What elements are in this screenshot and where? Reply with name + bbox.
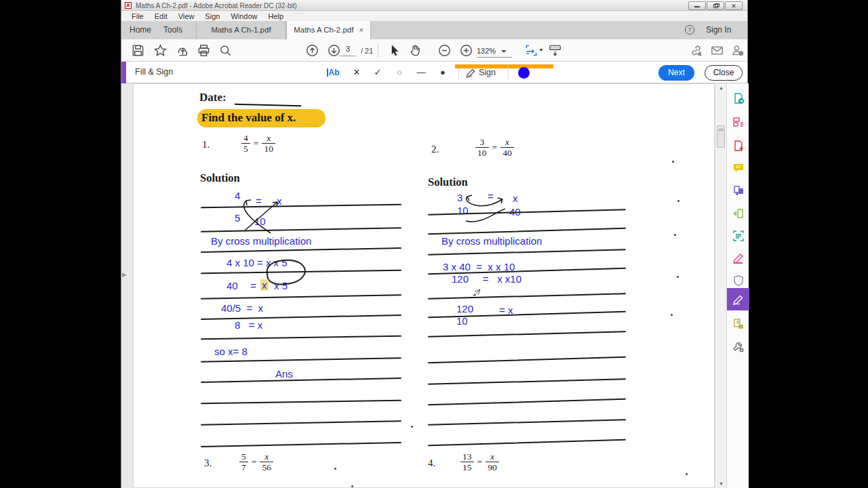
scan-speck — [334, 468, 336, 470]
previous-page-icon[interactable] — [306, 44, 319, 57]
tab-bar: Home Tools Maths A Ch-1.pdf Maths A Ch-2… — [121, 21, 747, 39]
scroll-down-icon[interactable]: ▼ — [715, 481, 727, 486]
pen-icon — [466, 68, 476, 78]
help-icon[interactable]: ? — [685, 25, 694, 35]
main-toolbar: 3 / 21 132% — [121, 39, 747, 62]
scan-ocr-icon[interactable] — [727, 224, 749, 247]
menu-window[interactable]: Window — [225, 12, 262, 20]
tools-sidebar — [726, 83, 749, 488]
comment-icon[interactable] — [727, 157, 749, 179]
restore-button[interactable] — [707, 1, 724, 10]
scan-speck — [686, 473, 688, 475]
fill-sign-label: Fill & Sign — [135, 67, 173, 77]
dot-annotation-tool[interactable]: ● — [435, 62, 451, 83]
adobe-reader-icon: A — [125, 2, 132, 9]
tab-close-icon[interactable]: × — [359, 21, 363, 39]
hand-tool-icon[interactable] — [409, 44, 422, 57]
window-title: Maths A Ch-2.pdf - Adobe Acrobat Reader … — [136, 2, 297, 9]
scan-speck — [672, 161, 674, 163]
add-user-icon[interactable] — [731, 44, 744, 57]
select-tool-icon[interactable] — [389, 44, 401, 57]
chevron-down-icon — [501, 50, 507, 53]
add-text-tool[interactable]: Ab — [325, 62, 341, 83]
scan-speck — [671, 314, 673, 316]
scan-speck — [351, 485, 353, 487]
scrollbar-thumb[interactable] — [717, 125, 725, 148]
scroll-up-icon[interactable]: ▲ — [715, 85, 727, 90]
text-cursor-icon — [327, 68, 328, 77]
page-number-input[interactable]: 3 — [340, 45, 356, 56]
highlight-pen-icon[interactable] — [727, 247, 749, 269]
add-text-label: Ab — [329, 68, 340, 77]
scan-speck — [677, 276, 679, 278]
menu-view[interactable]: View — [173, 12, 200, 20]
tab-doc-ch2-label: Maths A Ch-2.pdf — [294, 26, 353, 34]
menu-file[interactable]: File — [126, 12, 149, 20]
fill-sign-accent-bar — [121, 62, 126, 83]
zoom-level-dropdown[interactable]: 132% — [477, 47, 512, 58]
fill-sign-toolbar: Fill & Sign Ab ✕ ✓ ○ — ● Sign Next Close — [121, 62, 747, 83]
edit-pdf-icon[interactable] — [727, 202, 749, 224]
acrobat-window: A Maths A Ch-2.pdf - Adobe Acrobat Reade… — [121, 0, 748, 488]
request-signatures-icon[interactable] — [727, 312, 749, 335]
sign-tool-label: Sign — [479, 68, 496, 77]
zoom-out-icon[interactable] — [438, 44, 451, 57]
pdf-page[interactable] — [133, 83, 715, 488]
star-icon[interactable] — [154, 44, 167, 57]
more-tools-icon[interactable] — [727, 336, 749, 358]
next-page-icon[interactable] — [328, 44, 340, 57]
minimize-button[interactable] — [688, 1, 706, 10]
search-icon[interactable] — [219, 44, 232, 57]
close-window-button[interactable]: ✕ — [725, 1, 743, 10]
scan-speck — [677, 200, 679, 202]
fill-and-sign-icon-active[interactable] — [727, 288, 749, 310]
page-total-label: / 21 — [361, 47, 373, 55]
menu-bar: File Edit View Sign Window Help — [121, 11, 747, 21]
title-bar: A Maths A Ch-2.pdf - Adobe Acrobat Reade… — [121, 0, 747, 11]
tab-doc-ch1[interactable]: Maths A Ch-1.pdf — [196, 21, 286, 39]
tab-home[interactable]: Home — [130, 25, 151, 35]
cross-annotation-tool[interactable]: ✕ — [349, 62, 365, 83]
share-link-icon[interactable] — [690, 44, 703, 57]
next-button[interactable]: Next — [658, 65, 694, 81]
pane-expander-icon[interactable]: ▶ — [122, 271, 127, 278]
vertical-scrollbar[interactable]: ▲ ▼ — [715, 83, 726, 488]
print-icon[interactable] — [197, 44, 210, 57]
tab-doc-ch2-active[interactable]: Maths A Ch-2.pdf× — [286, 21, 371, 39]
save-icon[interactable] — [132, 44, 144, 57]
menu-edit[interactable]: Edit — [149, 12, 173, 20]
page-display-icon[interactable] — [549, 44, 561, 57]
export-pdf-icon[interactable] — [727, 87, 749, 109]
fit-width-icon[interactable] — [525, 44, 538, 57]
ink-color-swatch[interactable] — [518, 67, 530, 79]
line-annotation-tool[interactable]: — — [413, 62, 429, 83]
scan-speck — [411, 426, 413, 428]
menu-help[interactable]: Help — [263, 12, 290, 20]
menu-sign[interactable]: Sign — [199, 12, 225, 20]
zoom-level-value: 132% — [477, 47, 496, 55]
check-annotation-tool[interactable]: ✓ — [370, 62, 386, 83]
organize-pages-icon[interactable] — [727, 110, 749, 133]
email-icon[interactable] — [711, 44, 724, 57]
sign-in-link[interactable]: Sign In — [706, 25, 731, 35]
zoom-in-icon[interactable] — [460, 44, 473, 57]
combine-files-icon[interactable] — [727, 179, 749, 201]
circle-annotation-tool[interactable]: ○ — [391, 62, 408, 83]
scan-speck — [674, 234, 676, 236]
close-fill-sign-button[interactable]: Close — [705, 65, 743, 81]
sign-tool[interactable]: Sign — [466, 62, 496, 83]
create-pdf-icon[interactable] — [727, 134, 749, 157]
share-upload-icon[interactable] — [176, 44, 189, 57]
fit-options-chevron-icon[interactable] — [539, 49, 543, 52]
tab-tools[interactable]: Tools — [163, 25, 182, 35]
